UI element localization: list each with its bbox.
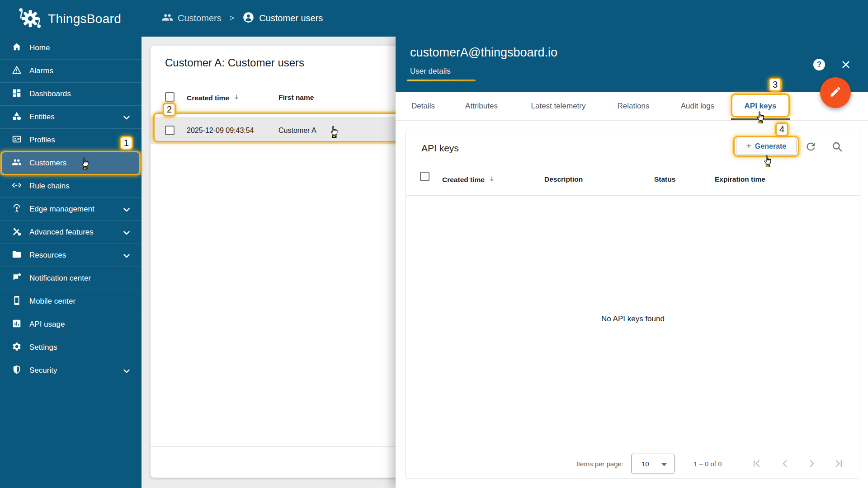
sort-arrow-down-icon	[233, 94, 240, 103]
table-footer-divider	[151, 446, 431, 447]
close-icon[interactable]	[841, 60, 851, 70]
page-size-select[interactable]: 10	[631, 454, 675, 474]
help-icon[interactable]: ?	[813, 59, 825, 70]
column-header-first-name[interactable]: First name	[278, 94, 314, 102]
sidebar-item-api-usage[interactable]: API usage	[0, 313, 142, 336]
first-page-icon[interactable]	[750, 458, 762, 469]
tab-latest-telemetry[interactable]: Latest telemetry	[531, 92, 586, 121]
breadcrumb-customers-label: Customers	[178, 13, 222, 23]
thingsboard-logo[interactable]: ThingsBoard	[18, 6, 121, 32]
sidebar: Home Alarms Dashboards Entities Profiles…	[0, 37, 142, 488]
sidebar-item-label: Alarms	[29, 66, 53, 75]
tab-attributes[interactable]: Attributes	[465, 92, 498, 121]
details-tabbar: Details Attributes Latest telemetry Rela…	[396, 92, 868, 121]
breadcrumb-customer-users[interactable]: Customer users	[242, 11, 323, 26]
badge-icon	[12, 134, 22, 146]
column-header-created-time[interactable]: Created time	[442, 175, 495, 184]
shapes-icon	[12, 111, 22, 123]
next-page-icon[interactable]	[806, 458, 818, 469]
page-range-label: 1 – 0 of 0	[693, 460, 734, 468]
hand-cursor-icon	[762, 155, 773, 168]
row-checkbox[interactable]	[165, 126, 175, 135]
table-header-divider	[406, 195, 860, 196]
gear-icon	[12, 342, 22, 354]
step-badge-3: 3	[769, 78, 782, 92]
drawer-email-title: customerA@thingsboard.io	[410, 46, 557, 60]
smartphone-icon	[12, 296, 22, 308]
dashboards-grid-icon	[12, 88, 22, 100]
sidebar-item-home[interactable]: Home	[0, 37, 142, 60]
last-page-icon[interactable]	[833, 458, 845, 469]
column-label: Status	[654, 175, 675, 183]
sidebar-item-mobile-center[interactable]: Mobile center	[0, 290, 142, 313]
api-keys-card: API keys + Generate Created time Descrip…	[406, 130, 860, 479]
sidebar-item-dashboards[interactable]: Dashboards	[0, 83, 142, 106]
column-label: First name	[278, 94, 314, 101]
previous-page-icon[interactable]	[779, 458, 791, 469]
drawer-subtitle: User details	[410, 67, 451, 76]
select-all-api-keys-checkbox[interactable]	[420, 172, 429, 181]
column-header-created-time[interactable]: Created time	[187, 94, 240, 103]
select-all-checkbox[interactable]	[165, 92, 175, 102]
step-badge-4: 4	[775, 122, 788, 136]
drawer-header: customerA@thingsboard.io User details ?	[396, 37, 868, 92]
tab-relations[interactable]: Relations	[618, 92, 650, 121]
user-circle-icon	[242, 11, 255, 26]
subtitle-underline	[407, 80, 476, 81]
antenna-icon	[12, 203, 22, 216]
column-label: Created time	[187, 94, 229, 102]
sidebar-item-customers[interactable]: Customers	[0, 152, 142, 175]
cell-first-name: Customer A	[278, 117, 316, 144]
sidebar-item-label: Mobile center	[29, 297, 75, 306]
breadcrumb-customer-users-label: Customer users	[259, 13, 323, 23]
sidebar-item-security[interactable]: Security	[0, 359, 142, 382]
refresh-icon[interactable]	[805, 141, 817, 155]
tab-audit-logs[interactable]: Audit logs	[681, 92, 715, 121]
hand-cursor-icon	[80, 157, 90, 170]
top-header: ThingsBoard Customers > Customer users	[0, 0, 868, 37]
sidebar-item-notification-center[interactable]: Notification center	[0, 267, 142, 290]
chevron-down-icon	[122, 113, 132, 125]
step-badge-1: 1	[120, 136, 133, 150]
chevron-down-icon	[122, 366, 132, 378]
sidebar-item-advanced-features[interactable]: Advanced features	[0, 221, 142, 244]
customers-group-icon	[162, 12, 173, 25]
dropdown-arrow-icon	[661, 463, 667, 466]
column-header-status[interactable]: Status	[654, 175, 675, 183]
chart-box-icon	[12, 319, 22, 331]
breadcrumb-separator: >	[230, 14, 235, 23]
sidebar-item-entities[interactable]: Entities	[0, 106, 142, 129]
column-header-description[interactable]: Description	[544, 175, 583, 183]
sidebar-item-label: Security	[29, 366, 57, 375]
search-icon[interactable]	[831, 141, 843, 155]
column-label: Description	[544, 175, 583, 183]
generate-button[interactable]: + Generate	[736, 138, 797, 155]
page-size-value: 10	[642, 460, 649, 468]
generate-button-label: Generate	[755, 142, 786, 150]
sidebar-item-label: Home	[29, 43, 50, 52]
sidebar-item-rule-chains[interactable]: Rule chains	[0, 175, 142, 198]
hand-cursor-icon	[755, 111, 766, 124]
column-header-expiration-time[interactable]: Expiration time	[715, 175, 765, 183]
edit-fab-button[interactable]	[820, 77, 851, 108]
sidebar-item-settings[interactable]: Settings	[0, 336, 142, 359]
pencil-icon	[829, 85, 842, 100]
sidebar-item-label: Customers	[29, 159, 66, 168]
plus-icon: +	[746, 141, 751, 151]
sidebar-item-alarms[interactable]: Alarms	[0, 60, 142, 83]
column-label: Created time	[442, 176, 485, 184]
code-chevrons-icon	[12, 180, 22, 192]
sidebar-item-label: Rule chains	[29, 182, 70, 191]
sidebar-item-label: Notification center	[29, 274, 91, 283]
breadcrumb-customers[interactable]: Customers	[162, 12, 222, 25]
breadcrumb: Customers > Customer users	[162, 0, 323, 37]
customer-users-title: Customer A: Customer users	[165, 56, 304, 69]
paginator: Items per page: 10 1 – 0 of 0	[406, 448, 860, 479]
tab-details[interactable]: Details	[411, 92, 435, 121]
customer-user-row[interactable]: 2025-12-09 09:43:54 Customer A	[151, 117, 431, 144]
sidebar-item-resources[interactable]: Resources	[0, 244, 142, 267]
sidebar-item-label: Entities	[29, 113, 55, 122]
sidebar-item-edge-management[interactable]: Edge management	[0, 198, 142, 221]
api-keys-title: API keys	[421, 143, 459, 154]
home-icon	[12, 42, 22, 54]
